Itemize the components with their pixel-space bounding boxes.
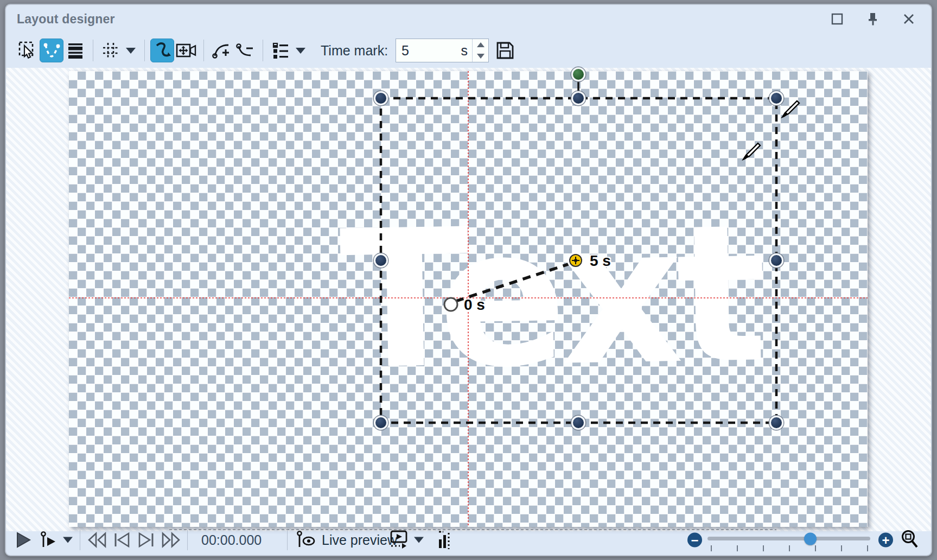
layers-icon [66, 41, 85, 60]
fast-forward-icon [160, 531, 182, 549]
spin-down-icon [477, 54, 485, 59]
resize-handle-bottom-right[interactable] [769, 416, 783, 430]
window-title: Layout designer [17, 12, 115, 27]
preview-window-icon [389, 530, 411, 550]
pin-button[interactable] [866, 12, 880, 26]
camera-pan-button[interactable] [174, 39, 198, 62]
play-from-time-mark-button[interactable] [40, 531, 59, 549]
pin-icon [867, 12, 879, 26]
remove-keyframe-icon [235, 41, 255, 60]
camera-pan-icon [175, 41, 197, 60]
live-preview-toggle[interactable]: Live preview [296, 530, 397, 550]
list-dropdown-arrow[interactable] [296, 48, 305, 54]
curve-editor-tool-button[interactable] [40, 39, 63, 62]
rotation-handle[interactable] [571, 67, 585, 81]
toolbar-separator [203, 40, 204, 61]
toolbar-separator [144, 40, 145, 61]
motion-path-icon [152, 41, 172, 60]
grid-button[interactable] [99, 39, 123, 62]
layers-order-button[interactable] [63, 39, 87, 62]
live-preview-eye-icon [296, 530, 316, 550]
resize-handle-mid-left[interactable] [374, 253, 388, 268]
performance-monitor-button[interactable] [437, 530, 454, 550]
toolbar: Time mark: s [6, 33, 931, 68]
keyframe-list-button[interactable] [269, 39, 292, 62]
keyframe-start-marker[interactable] [444, 297, 458, 312]
brush-cursor-icon [740, 142, 761, 163]
bars-icon [437, 530, 454, 550]
brush-cursor-icon [779, 99, 800, 121]
keyframe-end-label: 5 s [590, 252, 611, 270]
time-mark-label: Time mark: [321, 43, 388, 59]
toolbar-separator [93, 40, 93, 61]
skip-to-end-icon [136, 531, 156, 549]
time-display: 00:00.000 [201, 532, 262, 548]
add-keyframe-button[interactable] [209, 39, 233, 62]
workspace: Text 0 s [6, 68, 931, 531]
save-button[interactable] [493, 39, 517, 62]
bar-separator [80, 530, 80, 550]
keyframe-end-marker[interactable] [569, 254, 582, 267]
remove-keyframe-button[interactable] [233, 39, 257, 62]
rewind-button[interactable] [86, 531, 108, 549]
close-icon [903, 13, 915, 25]
fast-forward-button[interactable] [160, 531, 182, 549]
zoom-in-button[interactable]: + [878, 533, 893, 548]
titlebar: Layout designer [6, 5, 931, 33]
preview-options-dropdown-arrow[interactable] [414, 537, 424, 543]
toolbar-separator [263, 40, 263, 61]
play-from-mark-icon [40, 531, 59, 549]
save-icon [495, 40, 515, 61]
spin-up-icon [477, 42, 485, 47]
close-button[interactable] [902, 12, 916, 26]
play-icon [15, 531, 32, 549]
add-keyframe-icon [212, 41, 231, 60]
zoom-slider-track[interactable] [707, 537, 870, 540]
select-tool-icon [18, 41, 37, 60]
maximize-icon [831, 13, 843, 25]
layout-designer-window: Layout designer [5, 4, 932, 556]
previous-keyframe-button[interactable] [112, 531, 132, 549]
play-options-dropdown-arrow[interactable] [63, 537, 73, 543]
keyframe-crosshair-icon [572, 257, 579, 264]
resize-handle-bottom-center[interactable] [571, 416, 585, 430]
bar-separator [287, 530, 288, 550]
grid-dropdown-arrow[interactable] [126, 48, 136, 54]
curve-editor-icon [42, 41, 61, 60]
list-icon [271, 41, 290, 60]
zoom-to-fit-button[interactable] [900, 529, 922, 551]
time-mark-spin-down[interactable] [473, 50, 488, 62]
grid-icon [101, 41, 120, 60]
bar-separator [187, 530, 188, 550]
time-mark-unit: s [461, 43, 468, 59]
zoom-slider-thumb[interactable] [804, 532, 817, 545]
zoom-to-fit-icon [900, 529, 922, 551]
zoom-slider-ticks [711, 545, 868, 551]
resize-handle-top-center[interactable] [571, 91, 585, 105]
next-keyframe-button[interactable] [136, 531, 156, 549]
motion-path-tool-button[interactable] [150, 39, 174, 62]
skip-to-start-icon [112, 531, 132, 549]
transport-bar: 00:00.000 Live preview [6, 525, 931, 555]
maximize-button[interactable] [830, 12, 844, 26]
time-mark-field: s [396, 39, 489, 62]
preview-window-button[interactable] [389, 530, 411, 550]
resize-handle-mid-right[interactable] [769, 253, 783, 268]
time-mark-input[interactable] [396, 43, 443, 59]
text-object[interactable]: Text [339, 199, 762, 396]
resize-handle-top-left[interactable] [374, 91, 388, 105]
play-button[interactable] [15, 531, 32, 549]
resize-handle-bottom-left[interactable] [374, 416, 388, 430]
time-mark-spin-up[interactable] [473, 39, 488, 50]
rewind-icon [86, 531, 108, 549]
zoom-out-button[interactable]: − [687, 533, 702, 548]
live-preview-label: Live preview [322, 532, 397, 548]
keyframe-start-label: 0 s [464, 296, 485, 314]
select-tool-button[interactable] [16, 39, 40, 62]
